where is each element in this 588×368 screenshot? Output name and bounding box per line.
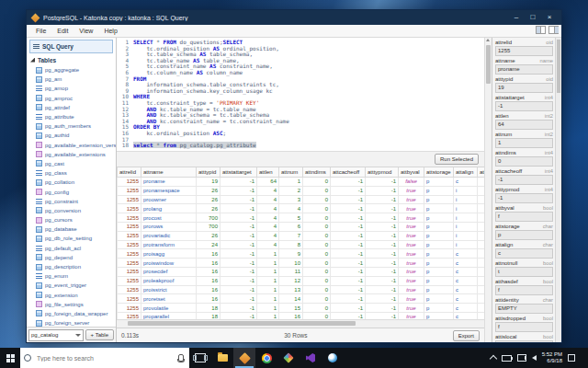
maximize-button[interactable]: □: [525, 10, 541, 25]
tree-item[interactable]: pg_authid: [36, 131, 116, 140]
grid-cell[interactable]: 9: [279, 249, 303, 259]
grid-cell[interactable]: 0: [303, 178, 331, 187]
column-header-atttypmod[interactable]: atttypmod: [366, 167, 399, 178]
grid-cell[interactable]: p: [424, 304, 454, 313]
inspector-scrollbar[interactable]: [555, 38, 561, 342]
grid-cell[interactable]: false: [399, 178, 424, 187]
title-bar[interactable]: PostgreSQL - Katonka copy : katonka : SQ…: [27, 10, 561, 25]
grid-cell[interactable]: p: [424, 259, 454, 268]
grid-cell[interactable]: 2: [279, 186, 303, 195]
grid-cell[interactable]: 0: [303, 259, 331, 268]
vertical-scrollbar[interactable]: [484, 38, 492, 342]
grid-cell[interactable]: 8: [279, 240, 303, 249]
tree-item[interactable]: pg_amproc: [36, 94, 116, 103]
menu-item-file[interactable]: File: [30, 28, 51, 34]
menu-item-edit[interactable]: Edit: [51, 28, 74, 34]
grid-cell[interactable]: c: [454, 294, 478, 304]
grid-cell[interactable]: true: [478, 222, 485, 231]
grid-cell[interactable]: true: [399, 222, 424, 231]
grid-cell[interactable]: -1: [220, 178, 257, 187]
grid-cell[interactable]: 0: [303, 204, 331, 213]
grid-cell[interactable]: -1: [331, 259, 366, 268]
grid-cell[interactable]: 1255: [118, 195, 141, 204]
table-row[interactable]: 1255procost700-1450-1-1truepitrue: [118, 213, 485, 223]
grid-cell[interactable]: -1: [366, 240, 399, 249]
grid-cell[interactable]: i: [454, 195, 478, 204]
column-header-attndims[interactable]: attndims: [303, 167, 331, 178]
hscroll-thumb[interactable]: [128, 321, 356, 326]
grid-cell[interactable]: 26: [197, 231, 220, 240]
start-button[interactable]: [0, 348, 20, 368]
grid-cell[interactable]: true: [399, 213, 424, 223]
grid-cell[interactable]: 1255: [118, 285, 141, 294]
field-value[interactable]: f: [495, 212, 553, 222]
grid-cell[interactable]: 1255: [118, 240, 141, 249]
grid-cell[interactable]: 19: [197, 178, 220, 187]
grid-cell[interactable]: -1: [220, 240, 257, 249]
table-row[interactable]: 1255provariadic26-1470-1-1truepitrue: [118, 231, 485, 240]
grid-cell[interactable]: 3: [279, 195, 303, 204]
grid-cell[interactable]: c: [454, 259, 478, 268]
grid-cell[interactable]: 700: [197, 213, 220, 223]
grid-cell[interactable]: -1: [366, 186, 399, 195]
grid-cell[interactable]: 16: [197, 276, 220, 285]
grid-cell[interactable]: -1: [220, 186, 257, 195]
grid-cell[interactable]: proname: [141, 178, 197, 187]
grid-cell[interactable]: 0: [303, 240, 331, 249]
field-value[interactable]: f: [495, 322, 553, 332]
grid-cell[interactable]: -1: [366, 285, 399, 294]
field-value[interactable]: 0: [495, 156, 553, 167]
tree-item[interactable]: pg_extension: [36, 291, 116, 300]
grid-cell[interactable]: -1: [331, 204, 366, 213]
grid-cell[interactable]: p: [424, 213, 454, 223]
chrome-button[interactable]: [255, 348, 277, 368]
tree-item[interactable]: pg_attrdef: [36, 103, 116, 112]
grid-cell[interactable]: proiswindow: [141, 259, 197, 268]
grid-cell[interactable]: 4: [279, 204, 303, 213]
grid-cell[interactable]: -1: [366, 249, 399, 259]
column-header-attlen[interactable]: attlen: [257, 167, 279, 178]
grid-cell[interactable]: -1: [331, 195, 366, 204]
grid-cell[interactable]: 4: [257, 186, 279, 195]
grid-cell[interactable]: 11: [279, 267, 303, 276]
grid-cell[interactable]: 18: [197, 304, 220, 313]
grid-cell[interactable]: 26: [197, 186, 220, 195]
grid-cell[interactable]: 1: [257, 294, 279, 304]
column-header-attrelid[interactable]: attrelid: [118, 167, 141, 178]
tree-item[interactable]: pg_description: [36, 262, 116, 271]
menu-item-help[interactable]: Help: [98, 28, 122, 34]
tree-item[interactable]: pg_enum: [36, 271, 116, 281]
column-header-attnum[interactable]: attnum: [279, 167, 303, 178]
tree-item[interactable]: pg_available_extensions: [36, 150, 116, 159]
field-value[interactable]: t: [495, 340, 553, 342]
grid-cell[interactable]: p: [424, 195, 454, 204]
grid-cell[interactable]: 1255: [118, 231, 141, 240]
grid-cell[interactable]: p: [424, 276, 454, 285]
grid-cell[interactable]: true: [478, 195, 485, 204]
tree-item[interactable]: pg_available_extension_versions: [36, 141, 116, 150]
grid-cell[interactable]: proleakproof: [141, 276, 197, 285]
grid-cell[interactable]: 12: [279, 276, 303, 285]
grid-cell[interactable]: 0: [303, 195, 331, 204]
grid-cell[interactable]: -1: [331, 178, 366, 187]
column-header-attcacheoff[interactable]: attcacheoff: [331, 167, 366, 178]
grid-cell[interactable]: true: [399, 186, 424, 195]
grid-cell[interactable]: true: [478, 285, 485, 294]
field-value[interactable]: 1: [495, 138, 553, 148]
grid-cell[interactable]: 14: [279, 294, 303, 304]
table-row[interactable]: 1255protransform24-1480-1-1truepitrue: [118, 240, 485, 249]
grid-cell[interactable]: 1255: [118, 186, 141, 195]
table-row[interactable]: 1255proretset16-11140-1-1truepctrue: [118, 294, 485, 304]
grid-cell[interactable]: 13: [279, 285, 303, 294]
grid-cell[interactable]: -1: [331, 222, 366, 231]
grid-cell[interactable]: prolang: [141, 204, 197, 213]
taskbar-clock[interactable]: 5:52 PM 6/9/18: [542, 351, 562, 364]
grid-cell[interactable]: true: [478, 294, 485, 304]
grid-cell[interactable]: p: [424, 204, 454, 213]
grid-cell[interactable]: i: [454, 222, 478, 231]
add-table-button[interactable]: + Table: [85, 329, 114, 340]
tree-item[interactable]: pg_conversion: [36, 206, 116, 215]
grid-cell[interactable]: 10: [279, 259, 303, 268]
tree-item[interactable]: pg_default_acl: [36, 244, 116, 253]
grid-cell[interactable]: -1: [331, 285, 366, 294]
